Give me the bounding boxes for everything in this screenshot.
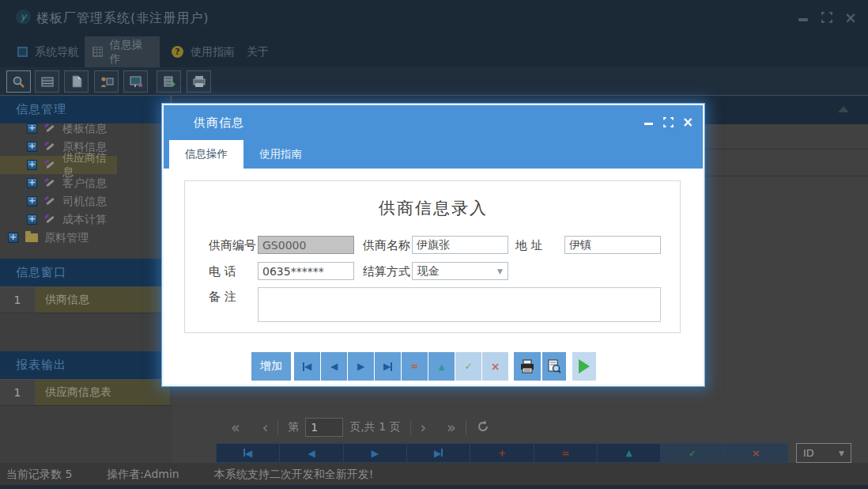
minimize-icon[interactable] (797, 11, 810, 24)
menu-about[interactable]: 关于 (239, 36, 277, 67)
tree-item-slab-info[interactable]: + 楼板信息 (0, 123, 170, 138)
prev-page-icon[interactable]: ‹ (262, 419, 269, 435)
dialog-close-icon[interactable]: × (682, 116, 693, 127)
database-tool-button[interactable] (157, 70, 181, 93)
close-icon[interactable]: × (844, 11, 857, 24)
tree-label: 成本计算 (62, 213, 107, 227)
user-card-tool-button[interactable] (94, 70, 119, 93)
dialog-tabs: 信息操作 使用指南 (164, 140, 703, 169)
delete-record-button[interactable]: = (402, 352, 428, 381)
dialog-minimize-icon[interactable] (643, 116, 654, 127)
sidebar-section-info-manage[interactable]: 信息管理 (0, 96, 170, 123)
expand-icon[interactable]: + (27, 178, 37, 188)
first-page-icon[interactable]: « (231, 419, 240, 435)
print-preview-button[interactable] (542, 352, 566, 381)
dialog-tab-guide[interactable]: 使用指南 (243, 140, 318, 169)
tree-item-customer-info[interactable]: + 客户信息 (0, 174, 170, 192)
menu-system-nav[interactable]: 系统导航 (9, 36, 87, 67)
menu-guide[interactable]: ? 使用指南 (164, 36, 243, 67)
expand-icon[interactable]: + (8, 233, 18, 243)
dialog-maximize-icon[interactable] (662, 116, 674, 127)
page-total-label: 页,共 1 页 (349, 420, 400, 434)
table-icon (40, 76, 55, 88)
document-tool-button[interactable] (64, 70, 89, 93)
dialog-title: 供商信息 (194, 116, 244, 131)
tool-icon (44, 214, 56, 226)
app-window: y 楼板厂管理系统(非注册用户) × 系统导航 信息操作 ? 使用指南 关于 (0, 0, 868, 489)
cancel-button[interactable]: × (482, 352, 508, 381)
menu-label: 系统导航 (35, 45, 79, 59)
tree-item-supplier-info[interactable]: + 供应商信息 (0, 156, 117, 174)
tool-icon (44, 123, 56, 135)
tree-item-driver-info[interactable]: + 司机信息 (0, 192, 170, 210)
collapse-icon[interactable] (838, 106, 849, 112)
expand-icon[interactable]: + (27, 142, 37, 152)
confirm-button[interactable]: ✓ (455, 352, 481, 381)
report-output-row[interactable]: 1 供应商信息表 (0, 379, 170, 406)
dialog-titlebar[interactable]: 供商信息 × (164, 105, 703, 140)
id-field-dropdown[interactable]: ID ▼ (796, 443, 851, 463)
print-preview-icon (547, 359, 561, 373)
prev-record-button[interactable]: ◀ (321, 352, 347, 381)
dialog-window-controls: × (643, 116, 693, 127)
first-record-button[interactable]: ◀ (294, 352, 320, 381)
remark-textarea[interactable] (258, 287, 661, 322)
record-cancel-button[interactable]: × (725, 444, 787, 462)
row-number: 1 (0, 287, 36, 313)
row-label: 供商信息 (36, 287, 170, 313)
edit-record-button[interactable]: ▲ (428, 352, 455, 381)
expand-icon[interactable]: + (27, 196, 37, 207)
info-window-row[interactable]: 1 供商信息 (0, 286, 170, 313)
record-next-button[interactable]: ▶ (344, 444, 407, 462)
table-tool-button[interactable] (35, 70, 59, 93)
print-button[interactable] (514, 352, 541, 381)
monitor-icon (129, 75, 143, 88)
record-prev-button[interactable]: ◀ (280, 444, 343, 462)
tree-label: 司机信息 (62, 195, 107, 209)
tool-icon (44, 196, 56, 207)
next-record-button[interactable]: ▶ (348, 352, 374, 381)
record-delete-button[interactable]: = (534, 444, 598, 462)
sidebar-section-info-window[interactable]: 信息窗口 (0, 259, 170, 286)
record-edit-button[interactable]: ▲ (598, 444, 661, 462)
monitor-tool-button[interactable] (123, 70, 148, 93)
expand-icon[interactable]: + (27, 160, 37, 170)
phone-field[interactable] (258, 262, 354, 280)
search-tool-button[interactable] (6, 70, 31, 93)
next-page-icon[interactable]: › (421, 419, 427, 435)
sidebar: 信息管理 + 楼板信息 + 原料信息 + 供应商信息 + 客户信息 (0, 96, 170, 463)
last-record-button[interactable]: ▶ (375, 352, 401, 381)
record-add-button[interactable]: + (470, 444, 534, 462)
run-button[interactable] (572, 352, 596, 381)
row-number: 1 (0, 380, 36, 405)
settlement-label: 结算方式 (363, 264, 410, 279)
expand-icon[interactable]: + (27, 214, 37, 225)
supplier-name-field[interactable] (412, 236, 508, 254)
printer-tool-button[interactable] (187, 70, 211, 93)
database-icon (163, 75, 175, 88)
app-title: 楼板厂管理系统(非注册用户) (36, 10, 209, 27)
restore-icon[interactable] (821, 11, 833, 24)
record-last-button[interactable]: ▶ (407, 444, 470, 462)
dialog-tab-info-ops[interactable]: 信息操作 (169, 140, 243, 169)
tree-item-material-manage[interactable]: + 原料管理 (0, 229, 170, 247)
settlement-dropdown[interactable]: 现金 ▼ (412, 262, 508, 280)
page-prefix-label: 第 (288, 420, 299, 434)
status-record-count: 当前记录数 5 (6, 468, 72, 482)
menu-info-ops[interactable]: 信息操作 (85, 36, 160, 67)
record-confirm-button[interactable]: ✓ (661, 444, 724, 462)
expand-icon[interactable]: + (27, 123, 37, 134)
record-first-button[interactable]: ◀ (217, 444, 280, 462)
menu-label: 信息操作 (110, 38, 153, 66)
page-number-input[interactable] (305, 418, 343, 437)
dialog-toolbar: 增加 ◀ ◀ ▶ ▶ = ▲ ✓ × (251, 352, 596, 381)
chevron-down-icon: ▼ (839, 449, 844, 457)
last-page-icon[interactable]: » (447, 419, 456, 435)
sidebar-section-report-output[interactable]: 报表输出 (0, 351, 170, 379)
supplier-name-label: 供商名称 (363, 238, 410, 253)
chevron-down-icon: ▼ (497, 267, 503, 275)
add-button[interactable]: 增加 (251, 352, 291, 381)
tree-item-cost-calc[interactable]: + 成本计算 (0, 210, 170, 229)
refresh-icon[interactable] (476, 419, 490, 437)
address-field[interactable] (564, 236, 661, 254)
